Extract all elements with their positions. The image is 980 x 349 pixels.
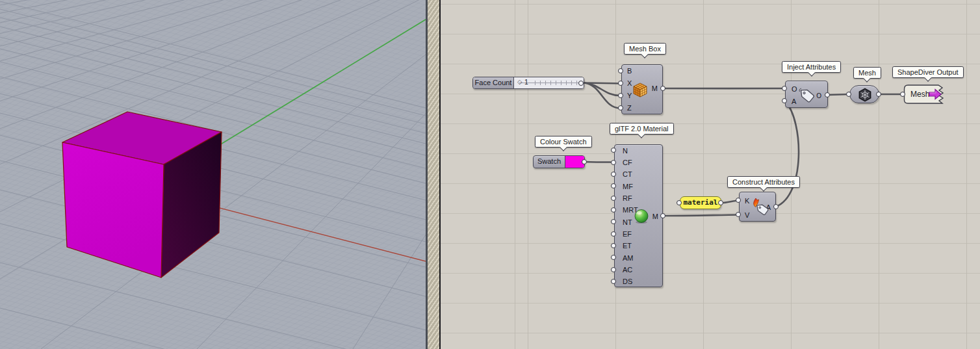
- panel-output-grip[interactable]: [718, 200, 723, 205]
- construct-attributes-tooltip: Construct Attributes: [727, 176, 800, 188]
- port-label-cf: CF: [623, 159, 632, 167]
- port-label-ds: DS: [623, 278, 632, 286]
- colour-swatch-component[interactable]: Swatch: [533, 155, 585, 168]
- gltf-input-ef-grip[interactable]: [611, 231, 616, 237]
- shapediver-output-label: Mesh: [910, 90, 929, 99]
- wire-construct-to-inject-a[interactable]: [776, 102, 799, 207]
- port-label-n: N: [623, 147, 628, 155]
- inject-input-a-grip[interactable]: [782, 98, 787, 103]
- viewport-canvas-splitter[interactable]: [426, 0, 441, 349]
- construct-attributes-component[interactable]: K V A: [739, 192, 776, 222]
- gltf-input-nt-grip[interactable]: [611, 219, 616, 224]
- gltf-input-am-grip[interactable]: [611, 255, 616, 260]
- wire-gltf-to-construct-v[interactable]: [663, 215, 739, 216]
- port-label-x: X: [627, 79, 632, 88]
- shapediver-output-tooltip: ShapeDiver Output: [892, 66, 964, 78]
- panel-input-grip[interactable]: [677, 200, 682, 205]
- port-label-a-in: A: [792, 97, 796, 106]
- inject-input-o-grip[interactable]: [782, 86, 787, 91]
- port-label-rf: RF: [623, 194, 632, 203]
- port-label-v: V: [745, 211, 749, 220]
- mesh-box-tooltip: Mesh Box: [624, 43, 666, 55]
- slider-value: 1: [524, 78, 528, 86]
- meshbox-input-x-grip[interactable]: [618, 81, 623, 86]
- slider-name-label: Face Count: [473, 77, 514, 88]
- wire-slider-to-x[interactable]: [584, 83, 620, 84]
- port-label-m-out: M: [652, 213, 658, 221]
- gltf-input-ac-grip[interactable]: [611, 267, 616, 272]
- inject-attributes-tooltip: Inject Attributes: [782, 61, 841, 73]
- grasshopper-canvas[interactable]: Face Count ◇ 1 Mesh Box B X Y Z M: [441, 0, 980, 349]
- gltf-input-cf-grip[interactable]: [611, 160, 616, 165]
- wire-slider-to-z[interactable]: [584, 83, 620, 109]
- text-panel-material[interactable]: material: [680, 196, 721, 209]
- mesh-param-component[interactable]: [849, 85, 879, 103]
- port-label-am: AM: [623, 254, 634, 263]
- mesh-param-tooltip: Mesh: [853, 67, 881, 79]
- port-label-z: Z: [627, 104, 632, 112]
- swatch-label: Swatch: [534, 156, 565, 168]
- wire-layer: [441, 0, 980, 349]
- mesh-param-icon: [858, 87, 872, 103]
- shapediver-input-grip[interactable]: [900, 92, 905, 97]
- inject-output-o-grip[interactable]: [825, 92, 830, 97]
- mesh-param-output-grip[interactable]: [876, 92, 881, 97]
- viewport-scene: [0, 0, 426, 349]
- mesh-box-component[interactable]: B X Y Z M: [621, 64, 663, 114]
- mesh-param-input-grip[interactable]: [846, 92, 851, 97]
- port-label-b: B: [627, 67, 632, 75]
- rhino-viewport[interactable]: [0, 0, 426, 349]
- port-label-ac: AC: [623, 266, 632, 274]
- shapediver-output-component[interactable]: Mesh: [903, 84, 946, 104]
- meshbox-output-m-grip[interactable]: [660, 86, 665, 91]
- inject-attributes-icon: [797, 86, 816, 103]
- gltf-material-icon: [634, 209, 649, 224]
- inject-attributes-component[interactable]: O A O: [785, 81, 828, 108]
- mesh-box-icon: [632, 82, 648, 97]
- port-label-nt: NT: [623, 218, 632, 227]
- wire-slider-to-y[interactable]: [584, 83, 620, 96]
- port-label-ct: CT: [623, 170, 632, 179]
- construct-output-a-grip[interactable]: [773, 204, 779, 209]
- gltf-input-mf-grip[interactable]: [611, 183, 616, 188]
- gltf-input-ct-grip[interactable]: [611, 172, 616, 177]
- gltf-input-n-grip[interactable]: [611, 148, 616, 153]
- port-label-o-out: O: [816, 92, 821, 100]
- gltf-input-rf-grip[interactable]: [611, 196, 616, 201]
- port-label-k: K: [745, 197, 749, 205]
- gltf-input-et-grip[interactable]: [611, 243, 616, 248]
- construct-input-v-grip[interactable]: [736, 212, 741, 217]
- construct-input-k-grip[interactable]: [736, 198, 741, 203]
- port-label-y: Y: [627, 92, 632, 100]
- rhino-grasshopper-window: Face Count ◇ 1 Mesh Box B X Y Z M: [0, 0, 980, 349]
- gltf-material-tooltip: glTF 2.0 Material: [610, 123, 674, 135]
- slider-handle[interactable]: ◇: [517, 78, 522, 85]
- shapediver-arrow-icon: [928, 88, 942, 100]
- slider-output-grip[interactable]: [578, 81, 584, 86]
- gltf-output-m-grip[interactable]: [660, 213, 665, 218]
- number-slider-face-count[interactable]: Face Count ◇ 1: [472, 77, 584, 89]
- port-label-mf: MF: [623, 183, 633, 191]
- slider-track[interactable]: ◇ 1: [514, 77, 584, 88]
- gltf-material-component[interactable]: N CF CT MF RF MRT NT EF ET AM AC DS M: [614, 144, 663, 287]
- gltf-input-ds-grip[interactable]: [611, 279, 616, 284]
- port-label-ef: EF: [623, 230, 632, 239]
- port-label-m: M: [652, 84, 658, 93]
- construct-attributes-icon: [750, 198, 771, 217]
- colour-swatch-tooltip: Colour Swatch: [535, 136, 592, 148]
- wire-swatch-to-gltf[interactable]: [585, 162, 614, 162]
- slider-ticks: [535, 81, 580, 85]
- port-label-et: ET: [623, 242, 632, 250]
- meshbox-input-b-grip[interactable]: [618, 68, 623, 73]
- swatch-output-grip[interactable]: [582, 159, 587, 164]
- gltf-input-mrt-grip[interactable]: [611, 207, 616, 213]
